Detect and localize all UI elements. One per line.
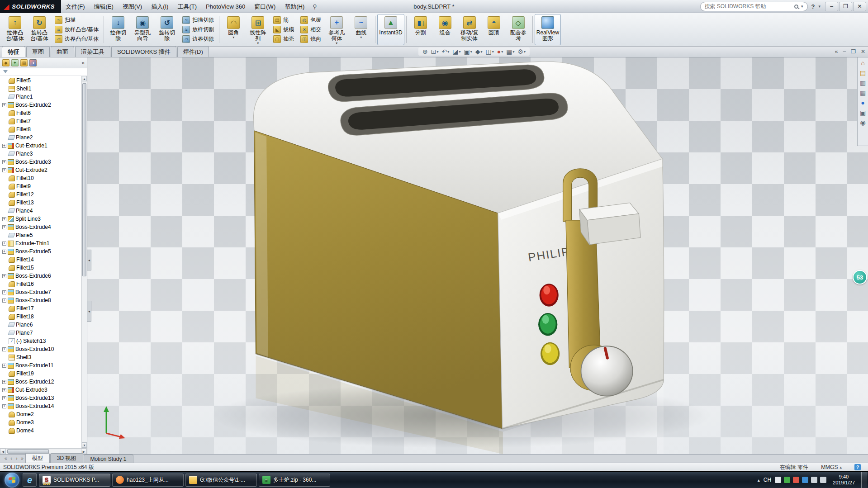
minimize-button[interactable]: – [825, 2, 838, 11]
tree-item[interactable]: +Boss-Extrude5 [1, 247, 81, 256]
antivirus-icon[interactable] [793, 477, 799, 483]
ime-icon[interactable] [775, 477, 781, 483]
help-button[interactable]: ? [811, 3, 815, 10]
vscroll-thumb[interactable] [82, 83, 86, 276]
tree-item[interactable]: +Boss-Extrude10 [1, 345, 81, 353]
expand-icon[interactable]: + [2, 160, 6, 164]
button-yellow[interactable] [541, 342, 560, 365]
start-button[interactable] [5, 473, 19, 488]
tab-SOLIDWORKS 插件[interactable]: SOLIDWORKS 插件 [111, 46, 176, 57]
tree-item[interactable]: +Cut-Extrude2 [1, 166, 81, 174]
tree-item[interactable]: Fillet6 [1, 109, 81, 117]
scroll-down-icon[interactable]: ▼ [82, 442, 87, 448]
menu-item-1[interactable]: 编辑(E) [89, 0, 118, 13]
tree-overflow-icon[interactable]: » [81, 60, 85, 66]
tree-item[interactable]: Fillet5 [1, 76, 81, 85]
search-input[interactable] [705, 3, 792, 9]
button-red[interactable] [540, 284, 559, 306]
scroll-up-icon[interactable]: ▲ [82, 76, 87, 81]
expand-icon[interactable]: + [2, 242, 6, 246]
tree-item[interactable]: Fillet19 [1, 370, 81, 378]
tree-item[interactable]: Fillet15 [1, 264, 81, 272]
tree-item[interactable]: +Boss-Extrude12 [1, 378, 81, 386]
expand-icon[interactable]: + [2, 298, 6, 303]
panel-collapse-arrow[interactable]: ◂ [87, 250, 91, 270]
tree-item[interactable]: Shell3 [1, 353, 81, 361]
tree-item[interactable]: Shell1 [1, 85, 81, 93]
taskbar-clock[interactable]: 9:40 2019/1/27 [833, 474, 855, 486]
tree-item[interactable]: Dome3 [1, 418, 81, 426]
design-library-icon[interactable]: ▤ [860, 69, 866, 76]
model-tab-1[interactable]: 3D 视图 [50, 453, 83, 463]
zoom-area-button[interactable]: ⊡▾ [430, 48, 440, 55]
resources-icon[interactable]: ⌂ [861, 59, 864, 66]
zoom-fit-button[interactable]: ⊕ [422, 48, 429, 55]
tree-item[interactable]: Fillet18 [1, 313, 81, 321]
ribbon-button-reference-geometry[interactable]: +参考几何体▾ [324, 14, 349, 45]
tree-item[interactable]: Plane6 [1, 321, 81, 329]
expand-icon[interactable]: + [2, 274, 6, 278]
ribbon-button-intersect[interactable]: ×相交 [299, 26, 323, 33]
filter-icon[interactable] [3, 70, 8, 73]
ribbon-button-wrap[interactable]: ◎包覆 [299, 16, 323, 24]
ribbon-button-boundary-cut[interactable]: ▱边界切除 [180, 35, 216, 43]
ribbon-button-loft-cut[interactable]: ≈放样切割 [180, 26, 216, 33]
ribbon-button-dome-feature[interactable]: ◓圆顶 [482, 14, 506, 45]
tree-item[interactable]: Plane7 [1, 329, 81, 337]
ribbon-button-combine[interactable]: ◉组合 [433, 14, 457, 45]
tree-item[interactable]: Plane1 [1, 93, 81, 101]
tree-item[interactable]: Fillet17 [1, 304, 81, 313]
expand-icon[interactable]: + [2, 144, 6, 148]
tree-item[interactable]: Fillet9 [1, 182, 81, 190]
view-palette-icon[interactable]: ▦ [860, 89, 866, 96]
tree-item[interactable]: +Boss-Extrude3 [1, 158, 81, 166]
expand-icon[interactable]: + [2, 396, 6, 400]
tree-item[interactable]: +Boss-Extrude6 [1, 272, 81, 280]
tree-item[interactable]: +Cut-Extrude1 [1, 142, 81, 150]
tree-item[interactable]: +Boss-Extrude14 [1, 402, 81, 410]
graphics-viewport[interactable]: PHILIPS [87, 57, 868, 454]
view-settings-button[interactable]: ⚙▾ [517, 48, 526, 55]
tree-item[interactable]: +Boss-Extrude13 [1, 394, 81, 402]
units-selector[interactable]: MMGS ▴ [821, 464, 842, 470]
maximize-button[interactable]: ❐ [839, 2, 852, 11]
notification-badge[interactable]: 53 [853, 270, 867, 284]
tree-item[interactable]: +Boss-Extrude8 [1, 296, 81, 304]
ribbon-button-sweep[interactable]: ~扫描 [53, 16, 100, 24]
volume-icon[interactable] [811, 477, 817, 483]
file-explorer-icon[interactable]: ▥ [860, 79, 866, 86]
language-indicator[interactable]: CH [764, 477, 771, 483]
ribbon-button-realview[interactable]: RealView图形 [535, 14, 561, 45]
search-icon[interactable] [794, 5, 798, 9]
tab-草图[interactable]: 草图 [26, 46, 50, 57]
help-dropdown-icon[interactable]: ▾ [818, 4, 821, 9]
section-view-button[interactable]: ◪▾ [451, 48, 461, 55]
model-tab-nav-3[interactable]: » [19, 455, 25, 463]
show-desktop-button[interactable] [861, 472, 867, 488]
ribbon-button-extrude-cut[interactable]: ↓拉伸切除 [106, 14, 130, 45]
button-green[interactable] [538, 313, 557, 336]
expand-icon[interactable]: + [2, 103, 6, 107]
panel-splitter-arrow[interactable]: ◂ [87, 301, 91, 322]
expand-icon[interactable]: + [2, 388, 6, 392]
forum-icon[interactable]: ◉ [860, 119, 865, 126]
taskbar-button-zip[interactable]: ≡多士炉.zip - 360... [259, 474, 330, 487]
ribbon-button-boundary[interactable]: ▱边界凸台/基体 [53, 35, 100, 43]
ribbon-button-shell[interactable]: ▢抽壳 [271, 35, 296, 43]
toaster-model[interactable]: PHILIPS [87, 57, 868, 454]
model-tab-nav-0[interactable]: « [3, 455, 9, 463]
ribbon-button-rib[interactable]: ▤筋 [271, 16, 296, 24]
model-tab-2[interactable]: Motion Study 1 [84, 455, 133, 463]
tree-item[interactable]: Fillet8 [1, 125, 81, 133]
tree-item[interactable]: Fillet12 [1, 190, 81, 199]
apply-scene-button[interactable]: ▦▾ [505, 48, 515, 55]
taskbar-button-folder[interactable]: G:\微信公众号\1-... [185, 474, 257, 487]
tab-渲染工具[interactable]: 渲染工具 [75, 46, 110, 57]
tree-item[interactable]: +Boss-Extrude7 [1, 288, 81, 296]
doc-restore-button[interactable]: ❐ [851, 48, 856, 55]
property-manager-tab[interactable]: + [11, 59, 19, 66]
ribbon-button-split[interactable]: ◧分割 [408, 14, 433, 45]
ribbon-button-draft[interactable]: ◣拔模 [271, 26, 296, 33]
ribbon-button-movecopy[interactable]: ⇄移动/复制实体 [457, 14, 482, 45]
scroll-left-icon[interactable]: ◀ [0, 449, 6, 454]
